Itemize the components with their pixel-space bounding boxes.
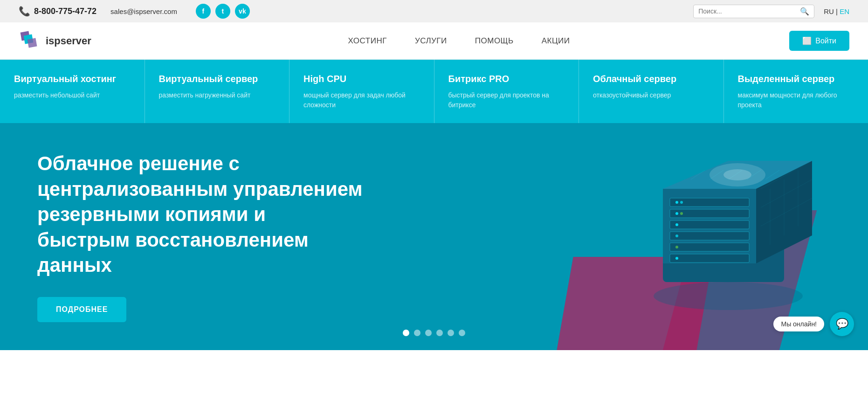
slider-dots xyxy=(403,330,465,336)
phone-number: 8-800-775-47-72 xyxy=(34,7,96,16)
dropdown-desc-0: разместить небольшой сайт xyxy=(14,90,131,100)
search-box: 🔍 xyxy=(693,5,814,18)
lang-en[interactable]: EN xyxy=(840,7,849,15)
login-icon: ⬜ xyxy=(802,36,812,45)
dropdown-desc-1: разместить нагруженный сайт xyxy=(159,90,276,100)
server-svg xyxy=(635,152,831,319)
nav-help[interactable]: ПОМОЩЬ xyxy=(475,36,514,46)
dropdown-title-4: Облачный сервер xyxy=(593,73,710,85)
nav-hosting[interactable]: ХОСТИНГ xyxy=(348,36,387,46)
dropdown-col-virtual-hosting[interactable]: Виртуальный хостинг разместить небольшой… xyxy=(0,60,145,123)
vkontakte-icon[interactable]: vk xyxy=(235,4,250,19)
svg-point-19 xyxy=(675,234,678,237)
svg-point-21 xyxy=(675,257,678,260)
dropdown-title-0: Виртуальный хостинг xyxy=(14,73,131,85)
nav-bar: ispserver ХОСТИНГ УСЛУГИ ПОМОЩЬ АКЦИИ ⬜ … xyxy=(0,22,868,60)
svg-rect-11 xyxy=(670,232,749,240)
dropdown-col-bitrix-pro[interactable]: Битрикс PRO быстрый сервер для проектов … xyxy=(434,60,579,123)
svg-point-16 xyxy=(675,212,678,215)
slider-dot-3[interactable] xyxy=(425,330,432,336)
dropdown-col-dedicated-server[interactable]: Выделенный сервер максимум мощности для … xyxy=(724,60,868,123)
svg-point-17 xyxy=(680,212,683,215)
logo-server: server xyxy=(61,35,91,47)
slider-dot-1[interactable] xyxy=(403,330,409,336)
svg-point-14 xyxy=(675,201,678,204)
language-switcher: RU | EN xyxy=(824,7,849,15)
svg-rect-10 xyxy=(670,221,749,229)
dropdown-title-3: Битрикс PRO xyxy=(448,73,565,85)
lang-ru[interactable]: RU xyxy=(824,7,834,15)
search-input[interactable] xyxy=(698,7,800,15)
hero-image xyxy=(635,152,831,321)
phone-section: 📞 8-800-775-47-72 xyxy=(19,6,96,17)
slider-dot-2[interactable] xyxy=(414,330,420,336)
dropdown-desc-3: быстрый сервер для проектов на битриксе xyxy=(448,90,565,110)
hero-section: Облачное решение с централизованным упра… xyxy=(0,123,868,350)
dropdown-desc-2: мощный сервер для задач любой сложности xyxy=(303,90,420,110)
dropdown-col-virtual-server[interactable]: Виртуальный сервер разместить нагруженны… xyxy=(145,60,290,123)
dropdown-desc-5: максимум мощности для любого проекта xyxy=(738,90,854,110)
svg-point-15 xyxy=(680,201,683,204)
logo-text: ispserver xyxy=(46,35,91,47)
logo-icon xyxy=(19,29,42,53)
phone-icon: 📞 xyxy=(19,6,30,17)
nav-promotions[interactable]: АКЦИИ xyxy=(542,36,570,46)
hero-content: Облачное решение с централизованным упра… xyxy=(37,151,364,322)
svg-rect-12 xyxy=(670,243,749,251)
svg-point-28 xyxy=(723,169,751,180)
logo-isp: isp xyxy=(46,35,61,47)
svg-rect-2 xyxy=(28,38,37,48)
svg-point-18 xyxy=(675,223,678,226)
slider-dot-6[interactable] xyxy=(459,330,465,336)
search-button[interactable]: 🔍 xyxy=(800,7,809,16)
slider-dot-4[interactable] xyxy=(436,330,443,336)
dropdown-col-high-cpu[interactable]: High CPU мощный сервер для задач любой с… xyxy=(289,60,434,123)
top-bar-right: 🔍 RU | EN xyxy=(693,5,849,18)
dropdown-title-2: High CPU xyxy=(303,73,420,85)
dropdown-menu: Виртуальный хостинг разместить небольшой… xyxy=(0,60,868,123)
svg-point-3 xyxy=(654,282,803,310)
login-label: Войти xyxy=(815,37,836,45)
twitter-icon[interactable]: t xyxy=(215,4,230,19)
email-address: sales@ispserver.com xyxy=(110,7,177,15)
nav-links: ХОСТИНГ УСЛУГИ ПОМОЩЬ АКЦИИ xyxy=(129,36,789,46)
dropdown-desc-4: отказоустойчивый сервер xyxy=(593,90,710,100)
chat-label: Мы онлайн! xyxy=(773,317,824,331)
logo[interactable]: ispserver xyxy=(19,29,91,53)
lang-divider: | xyxy=(836,7,840,15)
social-icons-group: f t vk xyxy=(196,4,250,19)
hero-more-button[interactable]: ПОДРОБНЕЕ xyxy=(37,297,126,322)
login-button[interactable]: ⬜ Войти xyxy=(789,31,849,51)
dropdown-title-1: Виртуальный сервер xyxy=(159,73,276,85)
facebook-icon[interactable]: f xyxy=(196,4,211,19)
chat-button[interactable]: 💬 xyxy=(830,312,854,336)
slider-dot-5[interactable] xyxy=(448,330,454,336)
svg-rect-13 xyxy=(670,254,749,262)
dropdown-title-5: Выделенный сервер xyxy=(738,73,854,85)
hero-title: Облачное решение с централизованным упра… xyxy=(37,151,364,278)
top-bar: 📞 8-800-775-47-72 sales@ispserver.com f … xyxy=(0,0,868,22)
nav-services[interactable]: УСЛУГИ xyxy=(415,36,447,46)
dropdown-col-cloud-server[interactable]: Облачный сервер отказоустойчивый сервер xyxy=(579,60,724,123)
svg-point-20 xyxy=(675,246,678,248)
chat-widget: Мы онлайн! 💬 xyxy=(773,312,854,336)
